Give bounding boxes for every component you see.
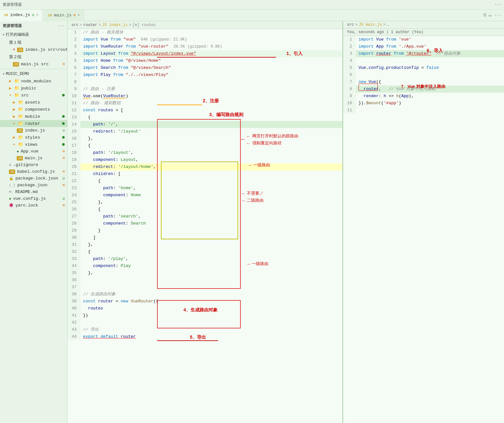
sidebar-main-js-file[interactable]: JS main.js M: [0, 155, 67, 161]
tab-index-js[interactable]: JS index.js U ×: [0, 10, 42, 21]
sidebar-public[interactable]: ▶ 📁 public: [0, 85, 67, 92]
main-layout: 资源管理器 ··· ▾ 打开的编辑器 第１组 × JS index.js src…: [0, 21, 504, 423]
annotation-step1: 1、引入: [286, 51, 303, 57]
no-slash-text: 不需要／: [247, 190, 264, 196]
bc-router: router: [83, 23, 97, 27]
sidebar-gitignore[interactable]: ⚙ .gitignore: [0, 161, 67, 168]
folder-icon-router: ▾ 📁: [13, 121, 23, 126]
sidebar-index-js-file[interactable]: JS index.js U: [0, 127, 67, 134]
app-vue-label: App.vue: [21, 149, 39, 154]
bc-routes: [⊕] routes: [133, 23, 156, 27]
code-line-38: 38 // 生成路由对象: [68, 291, 342, 298]
sidebar-main-label: main.js src: [21, 62, 49, 67]
vue-icon-app: ◆: [17, 149, 19, 153]
sidebar-babel-config[interactable]: JS babel.config.js M: [0, 168, 67, 175]
sidebar-header: 资源管理器 ···: [0, 21, 67, 31]
bc-sep3: >: [129, 23, 131, 27]
bc-sep2: >: [98, 23, 101, 27]
code-line-9: 9 // 路由 - 注册: [68, 86, 342, 93]
js-badge-idx: JS: [17, 128, 23, 133]
vue-config-icon: ◆: [9, 197, 11, 201]
code-line-3: 3 import VueRouter from "vue-router" 28.…: [68, 43, 342, 50]
folder-icon-src: ▾ 📁: [9, 93, 19, 98]
md-icon: M↓: [9, 190, 13, 194]
right-line-10: 10 }).$mount('#app'): [343, 100, 504, 107]
sidebar-app-vue[interactable]: ◆ App.vue M: [0, 148, 67, 155]
sidebar-title: 资源管理器: [3, 23, 22, 29]
sidebar-components[interactable]: ▶ 📁 components: [0, 106, 67, 113]
components-label: components: [25, 107, 50, 112]
rbc-sep2: >: [383, 23, 386, 27]
sidebar-yarn-lock[interactable]: 🧶 yarn.lock M: [0, 202, 67, 209]
sidebar-router[interactable]: ▾ 📁 router: [0, 120, 67, 127]
sidebar-vue-config[interactable]: ◆ vue.config.js U: [0, 195, 67, 202]
src-label: src: [21, 93, 29, 98]
sidebar-package-json[interactable]: { } package.json M: [0, 182, 67, 189]
more-actions-icon[interactable]: ···: [494, 13, 501, 18]
folder-icon-assets: ▶ 📁: [13, 100, 23, 105]
sidebar-views[interactable]: ▾ 📁 views: [0, 141, 67, 148]
toggle-panel-icon[interactable]: ▭: [489, 13, 491, 18]
assets-label: assets: [25, 100, 40, 105]
right-line-3: 3 import router from '@/router' // 路由对象: [343, 50, 504, 57]
close-icon-index[interactable]: ×: [13, 48, 15, 52]
babel-badge: M: [62, 170, 65, 174]
tabs-bar: JS index.js U × JS main.js M × ⎘ ▭ ···: [0, 10, 504, 21]
index-u-badge: U: [62, 129, 65, 133]
underline-use: [157, 98, 202, 105]
tab-main-js[interactable]: JS main.js M ×: [44, 10, 84, 21]
js-badge-index: JS: [17, 48, 23, 52]
group-2-label: 第２组: [0, 53, 67, 61]
sidebar-item-main-js[interactable]: JS main.js src M: [0, 61, 67, 68]
right-editor-content[interactable]: 1 import Vue from 'vue' 2 import App fro…: [343, 36, 504, 423]
styles-dot: [62, 136, 65, 139]
annotation-step3: 3、编写路由规则: [209, 112, 243, 118]
sidebar-styles[interactable]: ▶ 📁 styles: [0, 134, 67, 141]
left-editor-content[interactable]: 1 // 路由 - 相关模块 2 import Vue from "vue" 6…: [68, 29, 342, 423]
sidebar-dots[interactable]: ···: [58, 24, 65, 28]
right-line-4: 4: [343, 57, 504, 64]
sidebar-package-lock[interactable]: 🔒 package-lock.json U: [0, 175, 67, 182]
rbc-js-file: JS main.js: [359, 23, 382, 27]
sidebar-assets[interactable]: ▶ 📁 assets: [0, 99, 67, 106]
folder-icon-public: ▶ 📁: [9, 86, 19, 91]
code-line-8: 8: [68, 78, 342, 86]
annotation-default-route: ←网页打开时默认的跟路由: [246, 133, 298, 139]
right-line-6: 6: [343, 71, 504, 78]
annotation-no-slash: ←不需要／: [241, 190, 264, 196]
annotation-level2: ←二级路由: [241, 198, 264, 203]
tab-close-index[interactable]: ×: [36, 13, 38, 17]
tab-actions[interactable]: ⎘ ▭ ···: [481, 13, 504, 18]
lock-icon: 🔒: [9, 176, 14, 180]
split-editor-icon[interactable]: ⎘: [484, 13, 486, 18]
git-blame-text: You, seconds ago | 1 author (You): [347, 30, 424, 34]
code-line-5: 5 import Home from "@/views/Home": [68, 57, 342, 64]
sidebar-node-modules[interactable]: ▶ 📁 node_modules: [0, 78, 67, 85]
right-annotation-step7: 7、Vue 对象中注入路由: [401, 84, 445, 89]
tab-close-main[interactable]: ×: [78, 13, 80, 18]
sidebar-readme[interactable]: M↓ README.md: [0, 189, 67, 195]
right-line-1: 1 import Vue from 'vue': [343, 36, 504, 43]
music-demo-section[interactable]: ▾ MUSIC_DEMO: [0, 70, 67, 78]
gitignore-icon: ⚙: [9, 163, 11, 167]
js-badge-babel: JS: [9, 170, 15, 174]
mobile-label: mobile: [25, 114, 40, 119]
sidebar-mobile[interactable]: ▶ 📁 mobile: [0, 113, 67, 120]
tab-label-index: index.js: [10, 13, 30, 17]
index-js-label: index.js: [25, 128, 45, 133]
content-area: src > router > JS index.js > [⊕] routes …: [68, 21, 504, 423]
sidebar-src[interactable]: ▾ 📁 src: [0, 92, 67, 99]
sidebar-item-index-js[interactable]: × JS index.js src\router U: [0, 46, 67, 53]
js-badge-main: JS: [13, 62, 19, 67]
chevron-open-editors: ▾: [3, 33, 5, 37]
vue-config-badge: U: [62, 197, 65, 201]
yarn-lock-label: yarn.lock: [15, 203, 38, 208]
title-bar-menu[interactable]: ···: [494, 3, 501, 7]
bc-sep1: >: [80, 23, 82, 27]
group-2-text: 第２组: [9, 54, 22, 60]
tab-label-main: main.js: [54, 13, 72, 18]
views-dot: [62, 143, 65, 146]
folder-icon-node: ▶ 📁: [9, 78, 19, 84]
open-editors-section[interactable]: ▾ 打开的编辑器: [0, 31, 67, 39]
folder-icon-views: ▾ 📁: [13, 142, 23, 147]
